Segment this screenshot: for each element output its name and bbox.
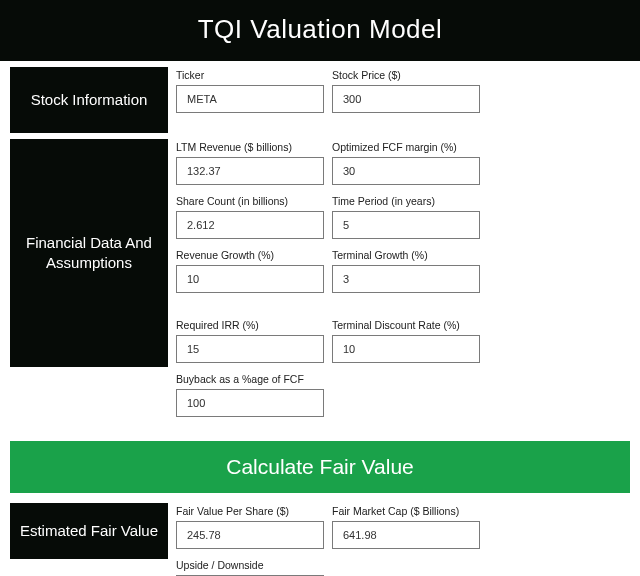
input-ltm-revenue[interactable]: 132.37 bbox=[176, 157, 324, 185]
label-fcf-margin: Optimized FCF margin (%) bbox=[332, 141, 480, 153]
fields-financial: LTM Revenue ($ billions) 132.37 Optimize… bbox=[176, 139, 640, 427]
section-label-financial: Financial Data And Assumptions bbox=[10, 139, 168, 367]
input-ticker[interactable]: META bbox=[176, 85, 324, 113]
label-rev-growth: Revenue Growth (%) bbox=[176, 249, 324, 261]
fields-stock: Ticker META Stock Price ($) 300 bbox=[176, 67, 640, 133]
calculate-button[interactable]: Calculate Fair Value bbox=[10, 441, 630, 493]
section-label-financial-text: Financial Data And Assumptions bbox=[14, 233, 164, 274]
label-fair-mcap: Fair Market Cap ($ Billions) bbox=[332, 505, 480, 517]
label-time-period: Time Period (in years) bbox=[332, 195, 480, 207]
input-time-period[interactable]: 5 bbox=[332, 211, 480, 239]
label-buyback: Buyback as a %age of FCF bbox=[176, 373, 324, 385]
field-req-irr: Required IRR (%) 15 bbox=[176, 319, 324, 363]
output-fv-per-share: 245.78 bbox=[176, 521, 324, 549]
field-ltm-revenue: LTM Revenue ($ billions) 132.37 bbox=[176, 141, 324, 185]
input-rev-growth[interactable]: 10 bbox=[176, 265, 324, 293]
section-label-estimated-text: Estimated Fair Value bbox=[20, 521, 158, 541]
field-upside: Upside / Downside -18.07 bbox=[176, 559, 324, 576]
section-estimated: Estimated Fair Value Fair Value Per Shar… bbox=[0, 503, 640, 576]
section-label-stock: Stock Information bbox=[10, 67, 168, 133]
label-term-disc: Terminal Discount Rate (%) bbox=[332, 319, 480, 331]
field-time-period: Time Period (in years) 5 bbox=[332, 195, 480, 239]
input-term-growth[interactable]: 3 bbox=[332, 265, 480, 293]
label-upside: Upside / Downside bbox=[176, 559, 324, 571]
page-title: TQI Valuation Model bbox=[0, 0, 640, 61]
field-share-count: Share Count (in billions) 2.612 bbox=[176, 195, 324, 239]
input-fcf-margin[interactable]: 30 bbox=[332, 157, 480, 185]
field-fv-per-share: Fair Value Per Share ($) 245.78 bbox=[176, 505, 324, 549]
field-term-growth: Terminal Growth (%) 3 bbox=[332, 249, 480, 293]
label-fv-per-share: Fair Value Per Share ($) bbox=[176, 505, 324, 517]
field-term-disc: Terminal Discount Rate (%) 10 bbox=[332, 319, 480, 363]
label-stock-price: Stock Price ($) bbox=[332, 69, 480, 81]
section-label-estimated: Estimated Fair Value bbox=[10, 503, 168, 559]
section-label-stock-text: Stock Information bbox=[31, 90, 148, 110]
field-stock-price: Stock Price ($) 300 bbox=[332, 69, 480, 113]
input-buyback[interactable]: 100 bbox=[176, 389, 324, 417]
input-stock-price[interactable]: 300 bbox=[332, 85, 480, 113]
label-ticker: Ticker bbox=[176, 69, 324, 81]
input-term-disc[interactable]: 10 bbox=[332, 335, 480, 363]
label-share-count: Share Count (in billions) bbox=[176, 195, 324, 207]
fields-estimated: Fair Value Per Share ($) 245.78 Fair Mar… bbox=[176, 503, 640, 576]
label-term-growth: Terminal Growth (%) bbox=[332, 249, 480, 261]
section-stock: Stock Information Ticker META Stock Pric… bbox=[0, 67, 640, 133]
field-fair-mcap: Fair Market Cap ($ Billions) 641.98 bbox=[332, 505, 480, 549]
output-fair-mcap: 641.98 bbox=[332, 521, 480, 549]
label-ltm-revenue: LTM Revenue ($ billions) bbox=[176, 141, 324, 153]
label-req-irr: Required IRR (%) bbox=[176, 319, 324, 331]
section-financial: Financial Data And Assumptions LTM Reven… bbox=[0, 139, 640, 427]
row-gap bbox=[176, 303, 640, 319]
field-buyback: Buyback as a %age of FCF 100 bbox=[176, 373, 324, 417]
input-share-count[interactable]: 2.612 bbox=[176, 211, 324, 239]
field-fcf-margin: Optimized FCF margin (%) 30 bbox=[332, 141, 480, 185]
field-ticker: Ticker META bbox=[176, 69, 324, 113]
field-rev-growth: Revenue Growth (%) 10 bbox=[176, 249, 324, 293]
input-req-irr[interactable]: 15 bbox=[176, 335, 324, 363]
